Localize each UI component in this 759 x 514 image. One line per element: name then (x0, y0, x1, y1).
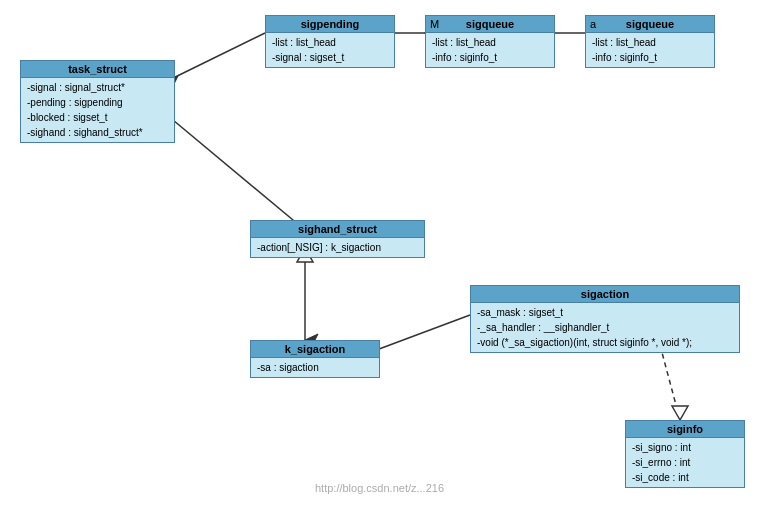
task-struct-field-1: -signal : signal_struct* (27, 80, 168, 95)
svg-line-2 (155, 105, 305, 230)
sigpending-field-1: -list : list_head (272, 35, 388, 50)
sigpending-title: sigpending (266, 16, 394, 33)
sighand-struct-title: sighand_struct (251, 221, 424, 238)
sigqueue-a-field-2: -info : siginfo_t (592, 50, 708, 65)
sigqueue-a-title: a sigqueue (586, 16, 714, 33)
svg-marker-11 (672, 406, 688, 420)
sigaction-field-3: -void (*_sa_sigaction)(int, struct sigin… (477, 335, 733, 350)
sigqueue-a-box: a sigqueue -list : list_head -info : sig… (585, 15, 715, 68)
sighand-struct-box: sighand_struct -action[_NSIG] : k_sigact… (250, 220, 425, 258)
diagram-container: task_struct -signal : signal_struct* -pe… (0, 0, 759, 514)
k-sigaction-title: k_sigaction (251, 341, 379, 358)
sigqueue-a-prefix: a (590, 18, 596, 30)
task-struct-field-3: -blocked : sigset_t (27, 110, 168, 125)
sigpending-body: -list : list_head -signal : sigset_t (266, 33, 394, 67)
task-struct-field-4: -sighand : sighand_struct* (27, 125, 168, 140)
sigqueue-m-field-2: -info : siginfo_t (432, 50, 548, 65)
sigqueue-m-field-1: -list : list_head (432, 35, 548, 50)
sigpending-field-2: -signal : sigset_t (272, 50, 388, 65)
k-sigaction-field-1: -sa : sigaction (257, 360, 373, 375)
sigqueue-a-body: -list : list_head -info : siginfo_t (586, 33, 714, 67)
sigqueue-m-name: sigqueue (466, 18, 514, 30)
sigaction-box: sigaction -sa_mask : sigset_t -_sa_handl… (470, 285, 740, 353)
k-sigaction-body: -sa : sigaction (251, 358, 379, 377)
task-struct-body: -signal : signal_struct* -pending : sigp… (21, 78, 174, 142)
svg-line-10 (660, 345, 680, 420)
sigqueue-m-body: -list : list_head -info : siginfo_t (426, 33, 554, 67)
k-sigaction-box: k_sigaction -sa : sigaction (250, 340, 380, 378)
svg-line-0 (165, 33, 265, 82)
siginfo-field-1: -si_signo : int (632, 440, 738, 455)
task-struct-field-2: -pending : sigpending (27, 95, 168, 110)
sigpending-box: sigpending -list : list_head -signal : s… (265, 15, 395, 68)
siginfo-body: -si_signo : int -si_errno : int -si_code… (626, 438, 744, 487)
sigaction-title: sigaction (471, 286, 739, 303)
sighand-struct-field-1: -action[_NSIG] : k_sigaction (257, 240, 418, 255)
sigaction-field-1: -sa_mask : sigset_t (477, 305, 733, 320)
task-struct-box: task_struct -signal : signal_struct* -pe… (20, 60, 175, 143)
sigqueue-a-field-1: -list : list_head (592, 35, 708, 50)
sigqueue-m-box: M sigqueue -list : list_head -info : sig… (425, 15, 555, 68)
sighand-struct-body: -action[_NSIG] : k_sigaction (251, 238, 424, 257)
siginfo-title: siginfo (626, 421, 744, 438)
sigaction-field-2: -_sa_handler : __sighandler_t (477, 320, 733, 335)
siginfo-field-3: -si_code : int (632, 470, 738, 485)
sigqueue-m-title: M sigqueue (426, 16, 554, 33)
watermark: http://blog.csdn.net/z...216 (315, 482, 444, 494)
siginfo-box: siginfo -si_signo : int -si_errno : int … (625, 420, 745, 488)
sigqueue-m-prefix: M (430, 18, 439, 30)
task-struct-title: task_struct (21, 61, 174, 78)
siginfo-field-2: -si_errno : int (632, 455, 738, 470)
sigqueue-a-name: sigqueue (626, 18, 674, 30)
sigaction-body: -sa_mask : sigset_t -_sa_handler : __sig… (471, 303, 739, 352)
